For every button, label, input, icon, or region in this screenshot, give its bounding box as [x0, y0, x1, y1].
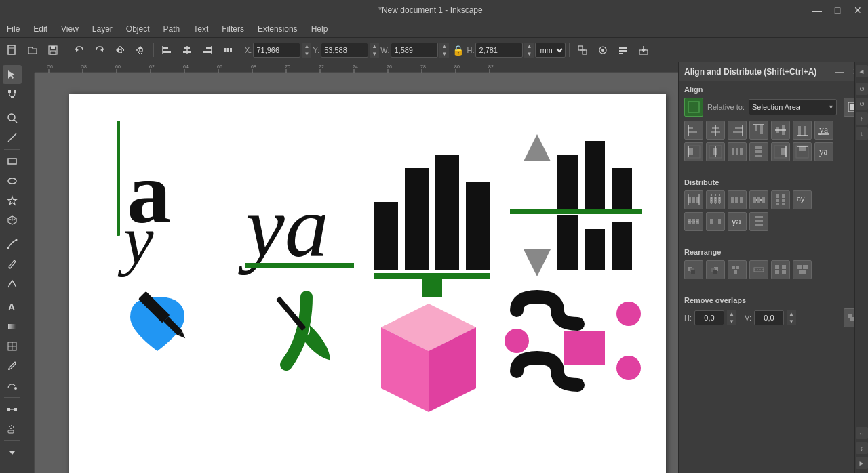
rearrange-5[interactable] — [771, 260, 790, 279]
paint-bucket-tool[interactable] — [3, 376, 22, 395]
dist-3[interactable] — [706, 212, 725, 231]
menu-extensions[interactable]: Extensions — [251, 20, 304, 38]
x-input[interactable] — [253, 43, 300, 58]
3d-box-tool[interactable] — [3, 211, 22, 230]
dist-text-ya[interactable]: ay — [793, 190, 812, 209]
star-tool[interactable] — [3, 191, 22, 210]
overlap-v-down[interactable]: ▼ — [787, 318, 796, 325]
align-center-v[interactable] — [706, 121, 725, 140]
w-spin-up[interactable]: ▲ — [439, 43, 449, 50]
maximize-button[interactable]: □ — [827, 0, 848, 20]
align-center-tb[interactable] — [178, 41, 197, 60]
select-tool[interactable] — [3, 65, 22, 84]
undo-button[interactable] — [70, 41, 89, 60]
zoom-tool[interactable] — [3, 108, 22, 127]
rearrange-2[interactable] — [706, 260, 725, 279]
rearrange-4[interactable] — [749, 260, 768, 279]
align-right-tb[interactable] — [198, 41, 217, 60]
menu-filters[interactable]: Filters — [215, 20, 251, 38]
new-button[interactable] — [3, 41, 22, 60]
menu-path[interactable]: Path — [157, 20, 187, 38]
save-button[interactable] — [43, 41, 62, 60]
align-grid-v[interactable] — [728, 142, 747, 161]
w-spin-down[interactable]: ▼ — [439, 50, 449, 58]
y-input[interactable] — [321, 43, 368, 58]
align-grid-h[interactable] — [749, 142, 768, 161]
dist-2[interactable] — [684, 212, 703, 231]
node-tool[interactable] — [3, 85, 22, 104]
rearrange-6[interactable] — [793, 260, 812, 279]
snap-button[interactable] — [593, 41, 612, 60]
dist-center-v[interactable] — [706, 190, 725, 209]
flip-h-button[interactable] — [111, 41, 130, 60]
transform-button[interactable] — [573, 41, 592, 60]
align-text-ya[interactable]: ya — [814, 142, 833, 161]
dropper-tool[interactable] — [3, 356, 22, 375]
overlap-h-down[interactable]: ▼ — [727, 318, 736, 325]
align-center-h[interactable] — [771, 121, 790, 140]
align-top-page[interactable] — [793, 142, 812, 161]
align-left-tb[interactable] — [157, 41, 176, 60]
h-input[interactable] — [475, 43, 523, 58]
export-button[interactable] — [634, 41, 653, 60]
scroll-4-button[interactable]: ↓ — [856, 127, 868, 140]
flip-v-button[interactable] — [131, 41, 150, 60]
menu-view[interactable]: View — [54, 20, 85, 38]
distribute-tb[interactable] — [218, 41, 237, 60]
close-button[interactable]: ✕ — [848, 0, 868, 20]
dist-right[interactable] — [728, 190, 747, 209]
x-spin-down[interactable]: ▼ — [302, 50, 311, 58]
pen-tool[interactable] — [3, 234, 22, 253]
dist-top[interactable] — [771, 190, 790, 209]
align-right-edges[interactable] — [728, 121, 747, 140]
align-left-page[interactable] — [684, 142, 703, 161]
more-options-button[interactable] — [614, 41, 633, 60]
text-tool[interactable]: A — [3, 297, 22, 316]
y-spin-down[interactable]: ▼ — [370, 50, 379, 58]
overlap-v-up[interactable]: ▲ — [787, 310, 796, 318]
minimize-button[interactable]: — — [807, 0, 827, 20]
menu-file[interactable]: File — [0, 20, 26, 38]
align-text-baseline[interactable]: ya — [814, 121, 833, 140]
expand-toolbox-button[interactable] — [3, 443, 22, 462]
dist-left[interactable] — [684, 190, 703, 209]
unit-select[interactable]: mmpxcmin — [535, 43, 566, 58]
mesh-gradient-tool[interactable] — [3, 337, 22, 356]
align-left-edges[interactable] — [684, 121, 703, 140]
connector-tool[interactable] — [3, 400, 22, 419]
overlap-h-input[interactable] — [694, 310, 724, 325]
calligraphy-tool[interactable] — [3, 274, 22, 293]
h-spin-down[interactable]: ▼ — [524, 50, 534, 58]
relative-to-select[interactable]: Selection Area First selected Last selec… — [749, 99, 837, 115]
open-button[interactable] — [23, 41, 42, 60]
ellipse-tool[interactable] — [3, 171, 22, 190]
menu-text[interactable]: Text — [186, 20, 215, 38]
scroll-down-button[interactable]: ► — [856, 457, 868, 469]
overlap-h-up[interactable]: ▲ — [727, 310, 736, 318]
align-center-page-v[interactable] — [706, 142, 725, 161]
spray-tool[interactable] — [3, 419, 22, 438]
panel-minimize-button[interactable]: — — [833, 65, 846, 79]
rearrange-1[interactable] — [684, 260, 703, 279]
scroll-up-button[interactable]: ◄ — [856, 65, 868, 77]
dist-4[interactable]: ya — [728, 212, 747, 231]
measure-tool[interactable] — [3, 128, 22, 147]
menu-edit[interactable]: Edit — [26, 20, 54, 38]
rect-tool[interactable] — [3, 152, 22, 171]
menu-help[interactable]: Help — [304, 20, 335, 38]
dist-gaps-v[interactable] — [749, 190, 768, 209]
menu-layer[interactable]: Layer — [85, 20, 119, 38]
align-bottom-edges[interactable] — [793, 121, 812, 140]
scroll-6-button[interactable]: ↕ — [856, 442, 868, 454]
pencil-tool[interactable] — [3, 254, 22, 273]
scroll-1-button[interactable]: ↺ — [856, 83, 868, 95]
gradient-tool[interactable] — [3, 317, 22, 336]
align-right-page[interactable] — [771, 142, 790, 161]
h-spin-up[interactable]: ▲ — [524, 43, 534, 50]
w-input[interactable] — [391, 43, 438, 58]
x-spin-up[interactable]: ▲ — [302, 43, 311, 50]
canvas-wrapper[interactable]: 56 58 60 62 64 66 68 70 72 74 — [24, 62, 678, 473]
dist-5[interactable] — [749, 212, 768, 231]
y-spin-up[interactable]: ▲ — [370, 43, 379, 50]
overlap-v-input[interactable] — [754, 310, 784, 325]
